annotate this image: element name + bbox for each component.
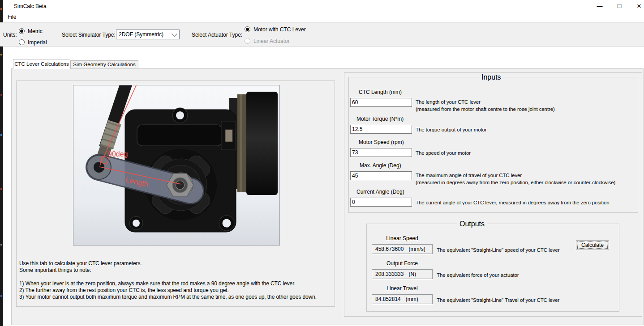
- radio-motor-label: Motor with CTC Lever: [253, 26, 306, 33]
- output-force-label: Output Force: [372, 260, 433, 267]
- current-angle-label: Current Angle (Deg): [356, 189, 404, 195]
- note-line: [19, 274, 317, 280]
- linear-travel-label: Linear Travel: [372, 285, 433, 292]
- radio-linear-actuator: Linear Actuator: [245, 38, 316, 44]
- linear-speed-desc: The equivalent "Straight-Line" speed of …: [437, 246, 559, 254]
- ctc-length-label: CTC Length (mm): [359, 89, 402, 95]
- motor-torque-desc: The torque output of your motor: [416, 126, 487, 133]
- note-line: Use this tab to calculate your CTC lever…: [19, 260, 317, 267]
- minimize-button[interactable]: —: [590, 0, 610, 12]
- radio-imperial-label: Imperial: [28, 39, 47, 46]
- ctc-length-desc: The length of your CTC lever (measured f…: [416, 98, 555, 113]
- motor-torque-label: Motor Torque (N*m): [356, 116, 404, 122]
- radio-imperial[interactable]: Imperial: [19, 39, 68, 46]
- close-icon: ×: [637, 3, 641, 9]
- chevron-down-icon: [172, 31, 177, 37]
- simulator-type-label: Select Simulator Type:: [62, 32, 116, 38]
- radio-imperial-dot: [19, 39, 25, 45]
- close-button[interactable]: ×: [629, 0, 644, 12]
- note-line: 1) When your lever is at the zero positi…: [19, 280, 317, 287]
- notes-text: Use this tab to calculate your CTC lever…: [19, 260, 317, 301]
- radio-metric-label: Metric: [28, 28, 43, 34]
- note-line: 3) Your motor cannot output both maximum…: [19, 294, 317, 301]
- desktop-edge-strip: [0, 0, 3, 326]
- maximize-icon: □: [618, 3, 621, 9]
- title-bar: SimCalc Beta — □ ×: [3, 0, 644, 12]
- radio-metric[interactable]: Metric: [19, 28, 68, 34]
- max-angle-label: Max. Angle (Deg): [360, 162, 401, 169]
- minimize-icon: —: [597, 3, 603, 9]
- radio-motor-dot: [245, 26, 250, 32]
- menu-bar: File: [3, 12, 644, 22]
- menu-item-file[interactable]: File: [4, 13, 20, 21]
- calculate-button[interactable]: Calculate: [576, 240, 609, 250]
- radio-metric-dot: [19, 28, 25, 34]
- motor-speed-input[interactable]: [350, 148, 412, 157]
- motor-speed-desc: The speed of your motor: [416, 149, 471, 157]
- linear-speed-output: 458.673600(mm/s): [372, 244, 433, 254]
- motor-diagram: 90deg Length: [73, 85, 279, 245]
- max-angle-input[interactable]: [350, 171, 412, 180]
- rose-joint: [87, 155, 111, 179]
- inputs-title: Inputs: [479, 73, 503, 81]
- angle-annotation: 90deg: [108, 150, 128, 158]
- actuator-type-label: Select Actuator Type:: [192, 32, 242, 38]
- app-window: SimCalc Beta — □ × File Units: Metric Im…: [0, 0, 644, 326]
- linear-speed-label: Linear Speed: [372, 235, 433, 241]
- motor-body: [229, 92, 278, 195]
- radio-motor-ctc-lever[interactable]: Motor with CTC Lever: [245, 26, 316, 33]
- radio-linear-dot: [245, 38, 250, 44]
- note-line: 2) The further away from the rest positi…: [19, 287, 317, 294]
- toolbar: Units: Metric Imperial Select Simulator …: [0, 22, 644, 47]
- output-force-output: 208.333333(N): [372, 269, 433, 279]
- units-label: Units:: [3, 32, 17, 38]
- output-force-desc: The equivalent force of your actuator: [437, 271, 519, 279]
- ctc-length-input[interactable]: [350, 98, 412, 107]
- linear-travel-output: 84.852814(mm): [372, 294, 433, 304]
- max-angle-desc: The maximum angle of travel of your CTC …: [416, 172, 615, 186]
- simulator-type-value: 2DOF (Symmetric): [116, 31, 172, 38]
- current-angle-desc: The current angle of your CTC lever, mea…: [416, 199, 610, 206]
- tab-ctc-lever-calculations[interactable]: CTC Lever Calculations: [13, 59, 70, 69]
- motor-lever-picture: 90deg Length: [73, 85, 280, 246]
- motor-speed-label: Motor Speed (rpm): [359, 139, 404, 145]
- simulator-type-select[interactable]: 2DOF (Symmetric): [116, 30, 180, 39]
- outputs-title: Outputs: [457, 220, 487, 228]
- linear-travel-desc: The equivalent "Straight-Line" Travel of…: [437, 296, 559, 304]
- tab-sim-geometry-calculations[interactable]: Sim Geometry Calculations: [70, 60, 138, 68]
- motor-torque-input[interactable]: [350, 125, 412, 134]
- window-title: SimCalc Beta: [14, 3, 47, 9]
- radio-linear-label: Linear Actuator: [253, 38, 290, 44]
- note-line: Some important things to note:: [19, 267, 317, 274]
- maximize-button[interactable]: □: [610, 0, 629, 12]
- current-angle-input[interactable]: [350, 198, 412, 207]
